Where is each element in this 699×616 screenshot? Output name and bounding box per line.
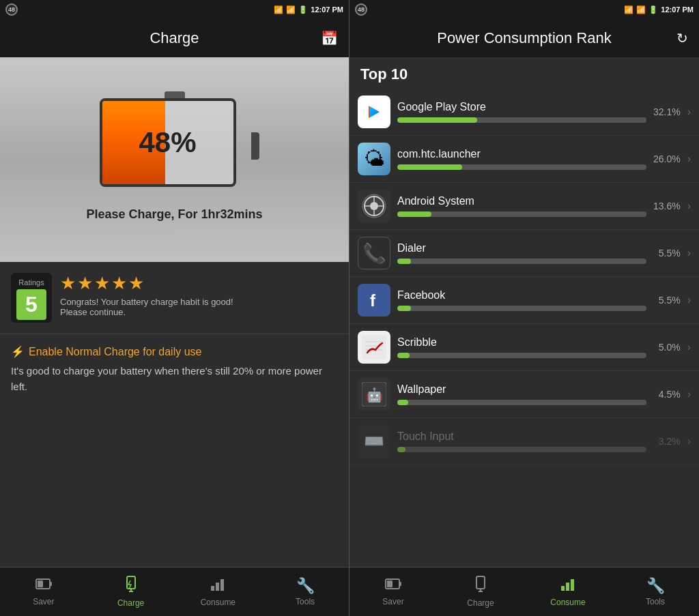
app-name-android: Android System (397, 195, 646, 207)
status-right: 📶 📶 🔋 12:07 PM (274, 5, 343, 14)
app-chevron-facebook: › (687, 294, 691, 306)
app-name-scribble: Scribble (397, 336, 646, 349)
svg-rect-6 (211, 586, 214, 591)
ratings-score: 5 (16, 289, 46, 320)
app-list: Google Play Store 32.1% › 🌤 com.htc.laun… (350, 89, 699, 567)
app-bar-bg-dialer (397, 259, 646, 264)
status-bar-right: 48 📶 📶 🔋 12:07 PM (350, 0, 699, 19)
tip-section: ⚡ Enable Normal Charge for daily use It'… (0, 334, 349, 567)
nav-saver-left[interactable]: Saver (0, 568, 87, 616)
nav-charge-label-r: Charge (467, 598, 494, 608)
app-percent-htc: 26.0% (653, 153, 681, 164)
app-icon-scribble (358, 331, 390, 364)
battery-icon: 🔋 (298, 5, 308, 14)
nav-tools-left[interactable]: 🔧 Tools (261, 568, 349, 616)
notification-badge: 48 (5, 3, 18, 16)
svg-rect-8 (220, 579, 224, 591)
svg-rect-2 (38, 581, 43, 587)
app-info-touch: Touch Input (397, 430, 646, 452)
status-right-left: 48 (355, 3, 367, 16)
signal-icon: 📶 (286, 5, 296, 14)
app-item-touch[interactable]: ⌨️ Touch Input 3.2% › (350, 418, 699, 465)
right-panel: 48 📶 📶 🔋 12:07 PM Power Consumption Rank… (350, 0, 699, 616)
app-item-htc[interactable]: 🌤 com.htc.launcher 26.0% › (350, 136, 699, 183)
app-name-dialer: Dialer (397, 242, 646, 254)
app-percent-playstore: 32.1% (653, 106, 681, 117)
charge-icon (124, 576, 139, 596)
app-name-touch: Touch Input (397, 430, 646, 443)
saver-icon-r (385, 577, 401, 595)
nav-consume-left[interactable]: Consume (175, 568, 262, 616)
battery-body: 48% (100, 98, 236, 187)
app-name-facebook: Facebook (397, 289, 646, 302)
svg-rect-19 (362, 335, 386, 360)
app-bar-fill-facebook (397, 306, 411, 311)
app-item-android[interactable]: Android System 13.6% › (350, 183, 699, 230)
nav-saver-right[interactable]: Saver (350, 568, 437, 616)
left-header: Charge 📅 (0, 19, 349, 57)
battery-percent: 48% (102, 126, 233, 159)
time-display-r: 12:07 PM (661, 5, 694, 14)
nav-charge-right[interactable]: Charge (437, 568, 524, 616)
app-info-playstore: Google Play Store (397, 101, 646, 123)
saver-icon (35, 577, 52, 595)
app-item-facebook[interactable]: f Facebook 5.5% › (350, 277, 699, 324)
app-icon-playstore (358, 96, 390, 128)
ratings-box: Ratings 5 (11, 273, 52, 323)
app-chevron-dialer: › (687, 247, 691, 259)
app-bar-bg-facebook (397, 306, 646, 311)
nav-consume-label: Consume (201, 598, 236, 607)
battery-section: 48% Please Charge, For 1hr32mins (0, 57, 349, 262)
app-item-wallpaper[interactable]: 🤖 Wallpaper 4.5% › (350, 371, 699, 418)
app-name-htc: com.htc.launcher (397, 148, 646, 160)
app-icon-htc: 🌤 (358, 143, 390, 175)
svg-text:f: f (370, 291, 376, 310)
ratings-section: Ratings 5 ★★★★★ Congrats! Your battery c… (0, 262, 349, 334)
app-chevron-htc: › (687, 153, 691, 165)
app-bar-bg-wallpaper (397, 400, 646, 405)
battery-icon-r: 🔋 (648, 5, 658, 14)
battery-nub (165, 91, 185, 98)
app-percent-wallpaper: 4.5% (653, 389, 681, 400)
app-bar-fill-scribble (397, 353, 410, 358)
app-percent-android: 13.6% (653, 201, 681, 211)
nav-charge-left[interactable]: Charge (87, 568, 175, 616)
app-item-scribble[interactable]: Scribble 5.0% › (350, 324, 699, 371)
app-item-dialer[interactable]: 📞 Dialer 5.5% › (350, 230, 699, 277)
app-info-htc: com.htc.launcher (397, 148, 646, 170)
app-name-wallpaper: Wallpaper (397, 383, 646, 396)
svg-rect-7 (216, 583, 219, 591)
nav-tools-right[interactable]: 🔧 Tools (612, 568, 699, 616)
app-item-playstore[interactable]: Google Play Store 32.1% › (350, 89, 699, 136)
nav-consume-right[interactable]: Consume (524, 568, 612, 616)
battery-visual: 48% (100, 98, 250, 194)
stars-display: ★★★★★ (60, 273, 338, 294)
notification-badge-right: 48 (355, 3, 367, 16)
svg-rect-3 (127, 576, 135, 589)
app-chevron-touch: › (687, 435, 691, 448)
svg-rect-33 (571, 579, 574, 591)
app-bar-bg-scribble (397, 353, 646, 358)
calendar-icon[interactable]: 📅 (321, 30, 338, 46)
app-bar-bg-htc (397, 164, 646, 170)
top10-label: Top 10 (350, 57, 699, 89)
tools-icon: 🔧 (296, 577, 315, 595)
tip-title: ⚡ Enable Normal Charge for daily use (11, 345, 338, 358)
svg-rect-26 (399, 582, 401, 586)
app-bar-bg-touch (397, 447, 646, 452)
app-bar-fill-wallpaper (397, 400, 408, 405)
app-info-dialer: Dialer (397, 242, 646, 264)
consume-icon-r (560, 576, 575, 596)
app-chevron-playstore: › (687, 106, 691, 118)
charge-icon-r (473, 576, 488, 596)
app-icon-wallpaper: 🤖 (358, 378, 390, 411)
left-title: Charge (149, 29, 199, 47)
nav-consume-label-r: Consume (550, 598, 585, 607)
svg-rect-31 (561, 586, 565, 591)
right-title: Power Consumption Rank (437, 29, 612, 47)
refresh-icon[interactable]: ↻ (676, 30, 688, 46)
app-chevron-scribble: › (687, 341, 691, 353)
wifi-icon: 📶 (274, 5, 283, 14)
app-bar-fill-touch (397, 447, 405, 452)
app-icon-android (358, 190, 390, 222)
